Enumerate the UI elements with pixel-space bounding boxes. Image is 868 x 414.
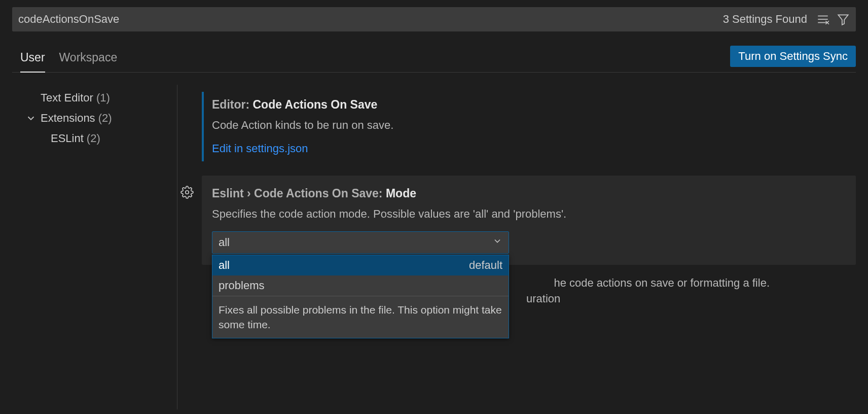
mode-dropdown-button[interactable]: all	[212, 231, 509, 254]
gear-icon[interactable]	[180, 186, 194, 201]
settings-tree: Text Editor (1) Extensions (2) ESLint (2…	[0, 85, 177, 409]
tree-item-eslint[interactable]: ESLint (2)	[0, 128, 177, 149]
setting-description: Code Action kinds to be run on save.	[212, 118, 846, 133]
dropdown-option-all[interactable]: all default	[212, 255, 509, 275]
setting-name: Code Actions On Save	[253, 98, 378, 111]
tab-user[interactable]: User	[20, 46, 45, 73]
mode-dropdown-list: all default problems Fixes all possible …	[212, 255, 509, 339]
mode-dropdown: all all default problems Fixes	[212, 231, 509, 254]
setting-eslint-code-actions-on-save-mode: Eslint › Code Actions On Save: Mode Spec…	[202, 176, 856, 264]
tab-workspace[interactable]: Workspace	[59, 46, 118, 72]
option-label: problems	[219, 279, 264, 292]
clear-search-icon[interactable]	[816, 13, 829, 26]
option-label: all	[219, 259, 230, 272]
tree-item-extensions[interactable]: Extensions (2)	[0, 108, 177, 128]
tree-item-count: (2)	[87, 132, 100, 145]
tree-item-label: Text Editor	[41, 91, 93, 105]
settings-sync-button[interactable]: Turn on Settings Sync	[730, 46, 856, 67]
tree-item-count: (2)	[98, 112, 112, 125]
settings-scope-tabs: User Workspace Turn on Settings Sync	[12, 46, 856, 73]
setting-title: Eslint › Code Actions On Save: Mode	[212, 185, 846, 202]
tree-item-label: Extensions	[41, 112, 95, 125]
settings-search-bar: 3 Settings Found	[12, 7, 856, 31]
settings-list: Editor: Code Actions On Save Code Action…	[177, 85, 868, 409]
dropdown-option-description: Fixes all possible problems in the file.…	[212, 296, 509, 338]
edit-in-settings-json-link[interactable]: Edit in settings.json	[212, 142, 308, 155]
setting-description: Specifies the code action mode. Possible…	[212, 206, 846, 222]
setting-editor-code-actions-on-save: Editor: Code Actions On Save Code Action…	[202, 87, 856, 166]
chevron-down-icon	[25, 113, 37, 124]
dropdown-selected-value: all	[219, 236, 230, 249]
svg-marker-5	[838, 15, 848, 25]
settings-search-input[interactable]	[18, 13, 723, 26]
tree-item-label: ESLint	[51, 132, 84, 145]
search-action-icons	[816, 13, 850, 26]
default-tag: default	[469, 259, 502, 272]
settings-found-count: 3 Settings Found	[723, 13, 807, 26]
setting-title: Editor: Code Actions On Save	[212, 96, 846, 114]
tree-item-count: (1)	[96, 91, 110, 105]
dropdown-option-problems[interactable]: problems	[212, 275, 509, 296]
modified-indicator	[202, 92, 204, 161]
settings-main: Text Editor (1) Extensions (2) ESLint (2…	[0, 85, 868, 409]
tree-item-text-editor[interactable]: Text Editor (1)	[0, 88, 177, 108]
setting-category: Editor:	[212, 98, 249, 111]
svg-point-6	[186, 191, 189, 194]
setting-category: Eslint › Code Actions On Save:	[212, 187, 383, 200]
filter-icon[interactable]	[837, 13, 850, 26]
setting-name: Mode	[386, 187, 416, 200]
chevron-down-icon	[492, 236, 502, 249]
